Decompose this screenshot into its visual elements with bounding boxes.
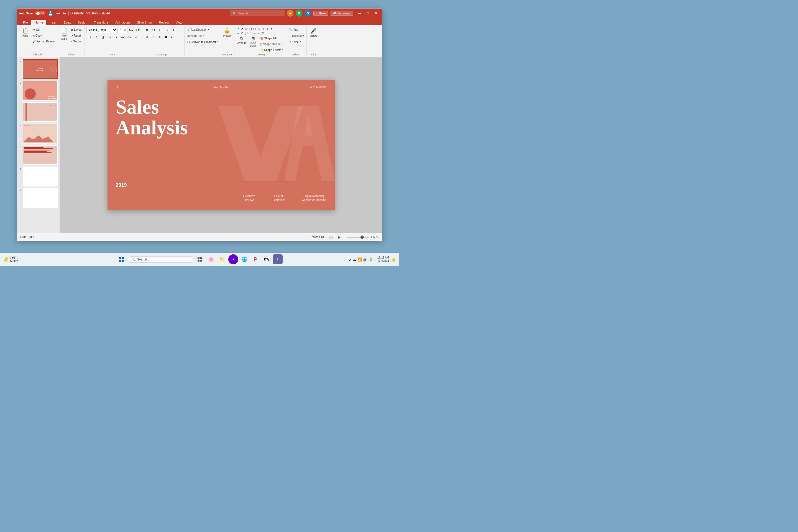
edge-button[interactable]: 🌐 xyxy=(240,254,249,264)
shape-oval[interactable]: ◯ xyxy=(253,27,256,31)
align-right-button[interactable]: ⫸ xyxy=(156,34,163,40)
reset-button[interactable]: ↺ Reset xyxy=(70,33,83,38)
font-expand-icon[interactable]: ⌄ xyxy=(116,54,117,56)
change-case-button[interactable]: Aa xyxy=(126,34,132,40)
redo-icon[interactable]: ↪ xyxy=(62,10,67,17)
protect-button[interactable]: 🔒 Protect xyxy=(222,27,232,38)
shape-arrow[interactable]: ↗ xyxy=(240,27,244,31)
comments-button[interactable]: 💬 Comments xyxy=(330,11,353,16)
text-direction-button[interactable]: ⇅ Text Direction ▾ xyxy=(186,27,210,33)
tab-slideshow[interactable]: Slide Show xyxy=(134,20,156,25)
font-family-select[interactable]: Calibri (Body) xyxy=(87,27,117,33)
columns-button[interactable]: ⫿ xyxy=(177,27,183,33)
notes-button[interactable]: 🗒 Notes xyxy=(311,234,317,240)
bullet-list-button[interactable]: ≡ xyxy=(144,27,150,33)
slide-thumb-7[interactable] xyxy=(23,188,58,208)
strikethrough-button[interactable]: S xyxy=(107,34,113,40)
shape-star[interactable]: ★ xyxy=(236,31,240,35)
search-box[interactable]: 🔍 xyxy=(230,11,285,16)
shape-diamond[interactable]: ◇ xyxy=(265,27,269,31)
files-button[interactable]: 📁 xyxy=(217,254,227,264)
tray-cloud[interactable]: ☁ xyxy=(353,258,356,262)
tab-home[interactable]: Home xyxy=(31,20,46,25)
copy-button[interactable]: ⎘ Copy xyxy=(32,33,56,38)
shape-outline-button[interactable]: ◻ Shape Outline ▾ xyxy=(259,41,285,47)
close-button[interactable]: ✕ xyxy=(372,10,380,17)
increase-indent-button[interactable]: ⇥ xyxy=(164,27,170,33)
tab-view[interactable]: View xyxy=(172,20,186,25)
font-color-button[interactable]: A xyxy=(133,34,139,40)
teams-button[interactable]: T xyxy=(273,254,283,264)
tray-sound[interactable]: 🔊 xyxy=(363,258,367,262)
align-text-button[interactable]: ⊞ Align Text ▾ xyxy=(186,33,205,39)
justify-button[interactable]: ≣ xyxy=(163,34,169,40)
shape-rtriangle[interactable]: ◁ xyxy=(261,27,265,31)
select-button[interactable]: ⊡ Select ▾ xyxy=(288,39,303,44)
shape-curved[interactable]: ∿ xyxy=(253,31,256,35)
start-button[interactable] xyxy=(116,254,126,264)
auto-save-toggle[interactable]: ● Off xyxy=(34,11,46,16)
replace-button[interactable]: ↔ Replace ▾ xyxy=(288,33,306,39)
slideshow-view-button[interactable]: ▶ xyxy=(336,234,342,240)
shape-effects-button[interactable]: ✨ Shape Effects ▾ xyxy=(259,47,285,53)
slide-thumb-2[interactable]: CustomerExperiences xyxy=(23,81,58,100)
smart-lookup-button[interactable]: ≡+ xyxy=(169,34,175,40)
undo-icon[interactable]: ↩ xyxy=(56,10,60,17)
tab-animations[interactable]: Animations xyxy=(112,20,134,25)
bold-button[interactable]: B xyxy=(87,34,93,40)
convert-smartart-button[interactable]: ⬡ Convert to Smart Art ▾ xyxy=(186,39,219,44)
tab-review[interactable]: Review xyxy=(156,20,172,25)
arrange-button[interactable]: ⧉ Arrange xyxy=(236,36,247,53)
section-button[interactable]: ≡ Section xyxy=(70,39,83,44)
powerpoint-button[interactable]: P xyxy=(250,254,261,264)
notification-button[interactable]: 🔔 xyxy=(391,258,396,262)
zoom-out-button[interactable]: − xyxy=(344,235,346,239)
shape-fill-button[interactable]: 🎨 Shape Fill ▾ xyxy=(259,36,285,41)
copilot-button[interactable]: 🌸 xyxy=(206,254,216,264)
store-button[interactable]: 🛍 xyxy=(262,254,271,264)
paste-button[interactable]: 📋 Paste xyxy=(19,27,31,38)
font-size-select[interactable]: 21 xyxy=(117,27,128,33)
shadow-button[interactable]: s xyxy=(113,34,119,40)
dictate-button[interactable]: 🎤 Dictate xyxy=(308,27,318,38)
new-slide-button[interactable]: 📄 NewSlide xyxy=(59,27,69,41)
shape-freehand[interactable]: ✏ xyxy=(257,31,261,35)
search-input[interactable] xyxy=(238,12,280,15)
shape-rounded-rect[interactable]: ▢ xyxy=(249,27,252,31)
align-center-button[interactable]: ≡ xyxy=(150,34,156,40)
tray-wifi[interactable]: 📶 xyxy=(358,258,362,262)
cut-button[interactable]: ✂ Cut xyxy=(32,27,56,33)
format-painter-button[interactable]: 🖌 Format Painter xyxy=(32,39,56,44)
tray-battery[interactable]: 🔋 xyxy=(368,258,373,262)
underline-button[interactable]: U xyxy=(100,34,106,40)
line-spacing-button[interactable]: ↕ xyxy=(170,27,176,33)
numbered-list-button[interactable]: 1≡ xyxy=(150,27,156,33)
slide-thumb-6[interactable] xyxy=(23,167,58,186)
tab-design[interactable]: Design xyxy=(74,20,90,25)
shape-connector[interactable]: ⌒ xyxy=(249,31,252,35)
shape-rect[interactable]: ▭ xyxy=(244,27,248,31)
italic-button[interactable]: I xyxy=(93,34,99,40)
slide-thumb-5[interactable] xyxy=(23,145,58,165)
taskbar-search[interactable]: 🔍 Search xyxy=(128,256,194,263)
slide-thumb-4[interactable]: Performance xyxy=(23,124,58,143)
copilot2-button[interactable]: ✦ xyxy=(228,254,238,264)
align-left-button[interactable]: ⫷ xyxy=(144,34,150,40)
shape-line[interactable]: ╱ xyxy=(236,27,240,31)
clipboard-expand-icon[interactable]: ⌄ xyxy=(42,54,44,56)
taskview-button[interactable] xyxy=(195,254,205,264)
layout-button[interactable]: ▦ Layout xyxy=(70,27,83,33)
zoom-in-button[interactable]: + xyxy=(370,235,372,239)
decrease-indent-button[interactable]: ⇤ xyxy=(157,27,163,33)
save-icon[interactable]: 💾 xyxy=(48,10,54,17)
zoom-slider[interactable] xyxy=(347,236,369,238)
reading-view-button[interactable]: 📖 xyxy=(328,234,334,240)
shape-hexagon[interactable]: ⬡ xyxy=(261,31,265,35)
slide-thumb-1[interactable]: SalesAnalysis VA xyxy=(23,59,58,79)
shape-misc[interactable]: ⋯ xyxy=(265,31,269,35)
minimize-button[interactable]: — xyxy=(356,10,363,17)
normal-view-button[interactable]: ⊞ xyxy=(320,234,326,240)
shape-pentagon[interactable]: ⬠ xyxy=(240,31,244,35)
tray-expand[interactable]: ∧ xyxy=(349,258,352,262)
increase-font-button[interactable]: A▲ xyxy=(128,27,134,33)
